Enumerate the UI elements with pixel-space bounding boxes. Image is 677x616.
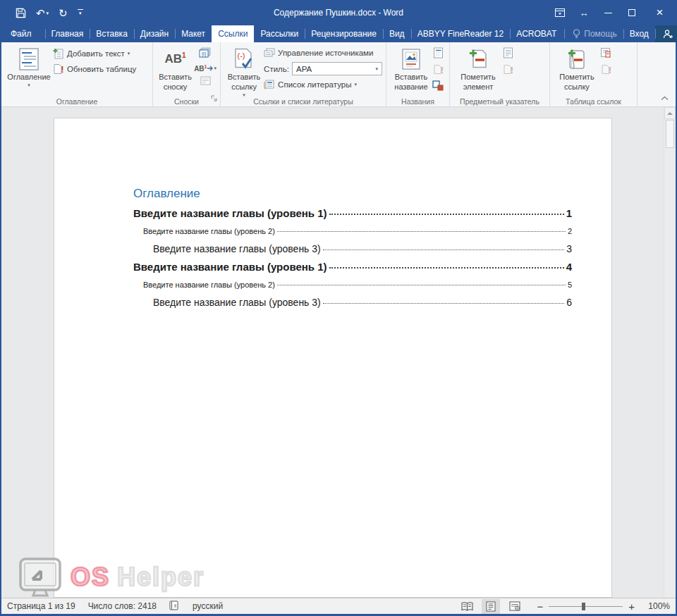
- toc-page-number: 6: [566, 297, 572, 308]
- tab-mailings[interactable]: Рассылки: [254, 25, 305, 42]
- insert-table-of-figures-button[interactable]: [433, 47, 444, 61]
- style-row: Стиль: APA ▾: [264, 62, 382, 75]
- insert-endnote-button[interactable]: [i]: [199, 47, 212, 61]
- insert-index-button[interactable]: [503, 47, 513, 61]
- page-indicator[interactable]: Страница 1 из 19: [7, 601, 75, 611]
- status-bar: Страница 1 из 19 Число слов: 2418 x̄ рус…: [1, 598, 676, 614]
- add-text-button[interactable]: Добавить текст ▾: [53, 48, 136, 59]
- dot-leader: [277, 231, 566, 232]
- show-notes-button[interactable]: [200, 75, 211, 88]
- tab-design[interactable]: Дизайн: [134, 25, 175, 42]
- watermark-monitor-icon: [18, 557, 63, 598]
- toc-entry-text: Введите название главы (уровень 1): [133, 261, 327, 273]
- insert-table-of-authorities-button[interactable]: [600, 47, 611, 61]
- window-title: Содержание Пушкин.docx - Word: [1, 8, 676, 18]
- scroll-up-icon[interactable]: [664, 107, 676, 119]
- read-mode-icon[interactable]: [458, 599, 476, 614]
- scrollbar-thumb[interactable]: [666, 120, 674, 148]
- toc-entry[interactable]: Введите название главы (уровень 1) 4: [133, 261, 572, 273]
- sign-in-button[interactable]: Вход: [623, 25, 655, 42]
- insert-footnote-button[interactable]: АВ1 Вставить сноску: [157, 46, 194, 94]
- update-table-icon: !: [53, 63, 64, 75]
- insert-citation-button[interactable]: (-) Вставить ссылку ▾: [224, 46, 264, 99]
- update-index-button[interactable]: !: [503, 64, 513, 78]
- svg-text:(-): (-): [238, 51, 245, 60]
- group-label: Оглавление: [1, 97, 152, 106]
- svg-text:!: !: [609, 66, 611, 75]
- dropdown-caret: ▾: [28, 82, 30, 89]
- update-table-of-figures-button[interactable]: !: [433, 64, 444, 78]
- toc-entry-text: Введите название главы (уровень 2): [143, 281, 275, 289]
- zoom-in-button[interactable]: +: [628, 601, 635, 612]
- collapse-ribbon-icon[interactable]: [661, 91, 669, 104]
- tab-home[interactable]: Главная: [45, 25, 90, 42]
- bibliography-button[interactable]: Список литературы ▾: [264, 80, 382, 90]
- manage-sources-icon: [264, 48, 275, 58]
- toc-page-number: 3: [566, 243, 572, 254]
- tab-layout[interactable]: Макет: [175, 25, 212, 42]
- tab-acrobat[interactable]: ACROBAT: [510, 25, 563, 42]
- update-table-button[interactable]: ! Обновить таблицу: [53, 63, 136, 75]
- tab-abbyy[interactable]: ABBYY FineReader 12: [411, 25, 511, 42]
- tab-review[interactable]: Рецензирование: [305, 25, 383, 42]
- toc-entry[interactable]: Введите название главы (уровень 3) 6: [153, 297, 572, 308]
- table-of-contents-button[interactable]: Оглавление ▾: [5, 46, 53, 90]
- arrow-icon: [207, 65, 214, 72]
- svg-text:!: !: [61, 64, 63, 75]
- group-captions: Вставить название ! Названия: [386, 42, 450, 106]
- ribbon-tab-row: Файл Главная Вставка Дизайн Макет Ссылки…: [1, 25, 676, 42]
- toc-entry[interactable]: Введите название главы (уровень 1) 1: [133, 207, 572, 219]
- group-index: Пометить элемент ! Предметный указатель: [450, 42, 550, 106]
- dot-leader: [329, 214, 564, 215]
- dot-leader: [323, 250, 564, 250]
- mark-entry-button[interactable]: Пометить элемент: [453, 46, 503, 94]
- group-label: Названия: [386, 97, 449, 106]
- tell-me-help[interactable]: Помощь: [566, 25, 623, 42]
- word-window: ↶▾ ↻ ▾ Содержание Пушкин.docx - Word ↔ ×…: [0, 0, 677, 616]
- share-person-icon: [663, 30, 673, 39]
- toc-entry-text: Введите название главы (уровень 3): [153, 297, 321, 308]
- toc-entry[interactable]: Введите название главы (уровень 2) 5: [143, 281, 572, 289]
- svg-text:[i]: [i]: [202, 51, 206, 57]
- footnote-icon: АВ1: [165, 47, 186, 71]
- dot-leader: [323, 303, 564, 304]
- zoom-slider-thumb[interactable]: [582, 603, 585, 610]
- tab-file[interactable]: Файл: [1, 25, 41, 42]
- update-table-of-authorities-button[interactable]: !: [601, 64, 611, 78]
- word-count[interactable]: Число слов: 2418: [88, 601, 157, 611]
- proofing-status-icon[interactable]: x̄: [169, 600, 180, 612]
- tab-view[interactable]: Вид: [383, 25, 411, 42]
- group-label: Сноски: [153, 97, 220, 106]
- tab-references[interactable]: Ссылки: [212, 25, 254, 42]
- vertical-scrollbar[interactable]: [664, 107, 676, 598]
- zoom-slider[interactable]: [549, 606, 623, 607]
- toc-entry[interactable]: Введите название главы (уровень 2) 2: [143, 227, 572, 235]
- zoom-out-button[interactable]: −: [537, 601, 543, 612]
- cross-reference-button[interactable]: [432, 80, 444, 94]
- dot-leader: [277, 285, 566, 285]
- document-page[interactable]: Оглавление Введите название главы (урове…: [54, 118, 612, 598]
- share-button[interactable]: Общий доступ: [655, 25, 677, 42]
- add-text-icon: [53, 48, 64, 59]
- tab-row-right: Помощь Вход Общий доступ: [563, 25, 677, 42]
- citation-style-select[interactable]: APA ▾: [292, 62, 382, 75]
- web-layout-icon[interactable]: [506, 599, 524, 614]
- toc-heading[interactable]: Оглавление: [133, 187, 572, 201]
- group-footnotes: АВ1 Вставить сноску [i] АВ1 ▾ Сноски: [153, 42, 221, 106]
- mark-citation-icon: [566, 47, 588, 71]
- zoom-percentage[interactable]: 100%: [640, 601, 670, 611]
- tab-insert[interactable]: Вставка: [90, 25, 134, 42]
- toc-entry[interactable]: Введите название главы (уровень 3) 3: [153, 243, 572, 254]
- bibliography-icon: [264, 80, 275, 90]
- language-indicator[interactable]: русский: [193, 601, 223, 611]
- style-label: Стиль:: [264, 65, 289, 73]
- toc-entry-text: Введите название главы (уровень 3): [153, 243, 321, 254]
- title-bar: ↶▾ ↻ ▾ Содержание Пушкин.docx - Word ↔ ×: [1, 0, 676, 25]
- insert-caption-button[interactable]: Вставить название: [390, 46, 432, 94]
- ribbon: Оглавление ▾ Добавить текст ▾ ! Обновить…: [1, 42, 676, 107]
- toc-page-number: 5: [568, 281, 572, 289]
- mark-citation-button[interactable]: Пометить ссылку: [554, 46, 600, 94]
- next-footnote-button[interactable]: АВ1 ▾: [194, 64, 216, 73]
- print-layout-icon[interactable]: [482, 599, 500, 614]
- manage-sources-button[interactable]: Управление источниками: [264, 48, 382, 58]
